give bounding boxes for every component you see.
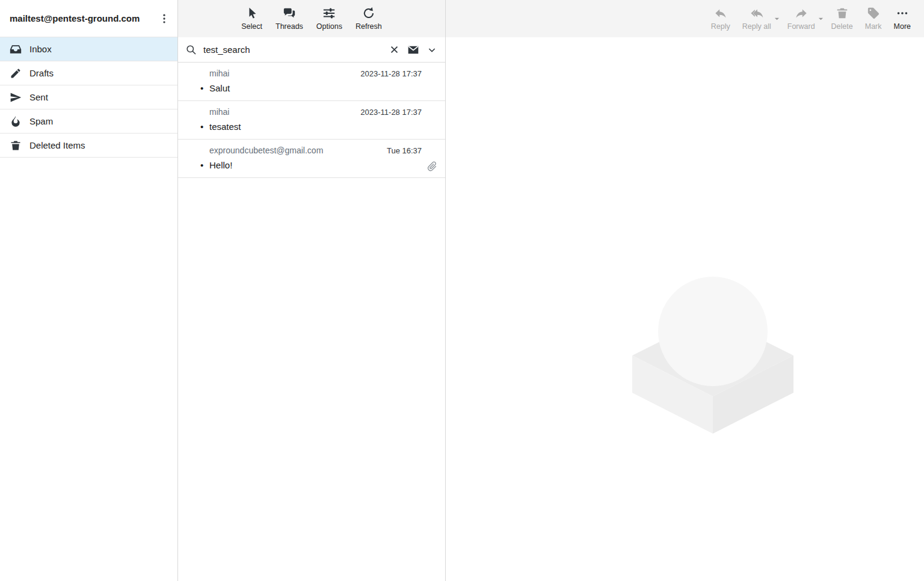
message-toolbar: Reply Reply all — [446, 0, 924, 37]
folder-label: Spam — [29, 116, 53, 126]
reply-all-group: Reply all — [736, 4, 781, 33]
sidebar-item-spam[interactable]: Spam — [0, 109, 177, 134]
reply-all-button[interactable]: Reply all — [736, 4, 777, 33]
sidebar-item-drafts[interactable]: Drafts — [0, 61, 177, 85]
chevron-down-icon — [774, 16, 780, 22]
roundcube-logo-watermark — [632, 276, 793, 435]
folder-label: Drafts — [29, 68, 54, 78]
reply-icon — [714, 7, 727, 20]
message-subject-line: tesatest — [209, 121, 438, 132]
forward-button[interactable]: Forward — [781, 4, 821, 33]
unread-indicator — [200, 160, 203, 170]
account-header: mailtest@pentest-ground.com — [0, 0, 177, 37]
message-subject-line: Salut — [209, 83, 438, 93]
reply-all-icon — [750, 7, 763, 20]
envelope-icon — [407, 44, 419, 56]
message-sender: exproundcubetest@gmail.com — [209, 146, 323, 155]
options-button[interactable]: Options — [310, 4, 348, 33]
delete-button[interactable]: Delete — [825, 4, 859, 33]
reply-button[interactable]: Reply — [705, 4, 736, 33]
message-subject-line: Hello! — [209, 160, 438, 170]
message-row[interactable]: mihai 2023-11-28 17:37 Salut — [178, 63, 445, 101]
tag-icon — [867, 7, 880, 20]
toolbar-button-label: Reply all — [742, 22, 771, 31]
message-date: 2023-11-28 17:37 — [360, 69, 422, 78]
forward-icon — [795, 7, 808, 20]
search-scope-button[interactable] — [406, 43, 420, 57]
account-email: mailtest@pentest-ground.com — [10, 13, 156, 23]
search-options-button[interactable] — [426, 44, 438, 56]
message-row[interactable]: exproundcubetest@gmail.com Tue 16:37 Hel… — [178, 140, 445, 178]
clear-search-button[interactable] — [388, 43, 401, 56]
toolbar-button-label: Delete — [831, 22, 853, 31]
chat-bubbles-icon — [283, 7, 296, 20]
search-icon — [185, 44, 197, 55]
forward-dropdown-button[interactable] — [816, 14, 825, 23]
toolbar-button-label: Mark — [865, 22, 882, 31]
ellipsis-icon — [896, 7, 909, 20]
flame-icon — [10, 115, 22, 128]
folder-label: Sent — [29, 92, 48, 102]
folder-label: Deleted Items — [29, 140, 85, 150]
pencil-icon — [10, 67, 22, 79]
message-date: 2023-11-28 17:37 — [360, 108, 422, 117]
message-list-pane: Select Threads Options Refresh — [178, 0, 446, 581]
reading-pane-body — [446, 37, 924, 581]
sidebar-item-sent[interactable]: Sent — [0, 85, 177, 109]
sidebar-item-deleted-items[interactable]: Deleted Items — [0, 134, 177, 158]
cursor-icon — [245, 7, 259, 20]
toolbar-button-label: Threads — [276, 22, 303, 31]
trash-icon — [836, 7, 849, 20]
folder-sidebar: mailtest@pentest-ground.com Inbox Drafts — [0, 0, 178, 581]
account-menu-button[interactable] — [156, 10, 173, 27]
folder-label: Inbox — [29, 44, 52, 54]
message-subject: tesatest — [209, 121, 241, 132]
toolbar-button-label: Refresh — [356, 22, 382, 31]
message-list: mihai 2023-11-28 17:37 Salut mihai 2023-… — [178, 63, 445, 581]
message-subject: Salut — [209, 83, 230, 93]
message-meta: mihai 2023-11-28 17:37 — [209, 107, 438, 117]
message-meta: exproundcubetest@gmail.com Tue 16:37 — [209, 146, 438, 155]
forward-group: Forward — [781, 4, 825, 33]
mark-button[interactable]: Mark — [859, 4, 888, 33]
select-button[interactable]: Select — [235, 4, 268, 33]
chevron-down-icon — [427, 45, 437, 55]
list-toolbar: Select Threads Options Refresh — [178, 0, 445, 37]
search-input[interactable] — [202, 44, 383, 55]
message-meta: mihai 2023-11-28 17:37 — [209, 69, 438, 78]
sliders-icon — [322, 7, 336, 20]
more-button[interactable]: More — [888, 4, 917, 33]
inbox-icon — [10, 43, 22, 55]
message-sender: mihai — [209, 69, 229, 78]
threads-button[interactable]: Threads — [270, 4, 309, 33]
folder-list: Inbox Drafts Sent Spam — [0, 37, 177, 158]
attachment-icon — [427, 161, 437, 171]
kebab-vertical-icon — [158, 13, 170, 25]
toolbar-button-label: Select — [241, 22, 262, 31]
refresh-icon — [362, 7, 375, 20]
close-icon — [389, 45, 399, 55]
reading-pane: Reply Reply all — [446, 0, 924, 581]
message-row[interactable]: mihai 2023-11-28 17:37 tesatest — [178, 101, 445, 140]
unread-indicator — [200, 121, 203, 132]
sidebar-item-inbox[interactable]: Inbox — [0, 37, 177, 61]
unread-indicator — [200, 83, 203, 93]
reply-all-dropdown-button[interactable] — [772, 14, 781, 23]
message-date: Tue 16:37 — [387, 146, 422, 155]
toolbar-button-label: Options — [316, 22, 342, 31]
trash-icon — [10, 140, 22, 152]
toolbar-button-label: More — [894, 22, 911, 31]
toolbar-button-label: Reply — [711, 22, 730, 31]
chevron-down-icon — [818, 16, 824, 22]
search-bar — [178, 37, 445, 63]
message-sender: mihai — [209, 107, 229, 117]
refresh-button[interactable]: Refresh — [350, 4, 388, 33]
message-subject: Hello! — [209, 160, 232, 170]
paper-plane-icon — [10, 91, 22, 103]
webmail-app: mailtest@pentest-ground.com Inbox Drafts — [0, 0, 924, 581]
toolbar-button-label: Forward — [787, 22, 815, 31]
